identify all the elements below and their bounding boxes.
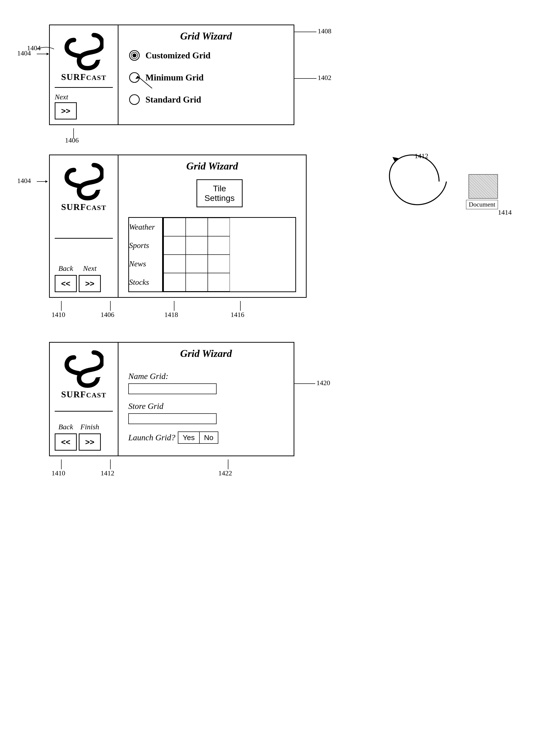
- tile-cell-9[interactable]: [208, 255, 230, 273]
- panel2-wrapper: SURFCAST Back Next << >>: [49, 154, 307, 298]
- tile-cell-10[interactable]: [164, 273, 186, 291]
- svg-text:1404: 1404: [17, 49, 31, 57]
- back-label-p2: Back: [55, 264, 77, 273]
- ref-1406-p1: 1406: [61, 128, 86, 145]
- logo-surf-p1: SURF: [61, 72, 86, 82]
- panel3-form: Name Grid: Store Grid Launch Grid? Yes N…: [128, 367, 284, 449]
- category-stocks: Stocks: [129, 275, 160, 289]
- svg-point-6: [129, 95, 139, 104]
- next-label-p2: Next: [79, 264, 101, 273]
- logo-text-p2: SURFCAST: [61, 202, 106, 212]
- surfcast-logo-p3: SURFCAST: [61, 348, 106, 400]
- svg-text:1410: 1410: [51, 469, 65, 477]
- next-button-p2[interactable]: >>: [79, 275, 101, 292]
- store-grid-label: Store Grid: [128, 402, 284, 411]
- svg-marker-13: [47, 53, 49, 55]
- logo-cast-p2: CAST: [86, 204, 106, 212]
- tile-cell-6[interactable]: [208, 236, 230, 255]
- category-news: News: [129, 257, 160, 271]
- tile-cell-11[interactable]: [186, 273, 208, 291]
- logo-s-icon-p2: [64, 160, 103, 202]
- next-button-p1[interactable]: >>: [55, 102, 77, 120]
- launch-grid-row: Launch Grid? Yes No: [128, 431, 284, 444]
- main-diagram: 1404 SURFCAST: [20, 10, 514, 456]
- logo-cast-p3: CAST: [86, 391, 106, 399]
- logo-text-p1: SURFCAST: [61, 72, 106, 82]
- panel1-left: SURFCAST Next >>: [50, 25, 119, 124]
- logo-surf-p3: SURF: [61, 389, 86, 400]
- document-label: Document: [466, 200, 498, 209]
- svg-text:1418: 1418: [164, 311, 178, 318]
- panel2-right: Grid Wizard TileSettings Weather Sports …: [119, 155, 306, 297]
- finish-button-p3[interactable]: >>: [79, 433, 101, 451]
- tile-cell-12[interactable]: [208, 273, 230, 291]
- surfcast-logo-p1: SURFCAST: [61, 30, 106, 82]
- tile-cell-2[interactable]: [186, 218, 208, 236]
- ref-1412-p3: 1412: [98, 459, 123, 478]
- nav-btn-row-p2: << >>: [55, 275, 101, 292]
- svg-marker-22: [45, 180, 48, 183]
- ref-1410-p2: 1410: [49, 301, 74, 320]
- panel1-right: Grid Wizard Customized Grid: [119, 25, 294, 124]
- nav-labels-row-p2: Back Next: [55, 264, 101, 274]
- panel2-left: SURFCAST Back Next << >>: [50, 155, 119, 297]
- tile-cell-8[interactable]: [186, 255, 208, 273]
- category-list: Weather Sports News Stocks: [129, 218, 163, 291]
- ref-1408: 1408: [294, 27, 324, 39]
- name-grid-input[interactable]: [128, 383, 217, 394]
- back-label-p3: Back: [55, 423, 77, 431]
- panel3-right: Grid Wizard Name Grid: Store Grid Launch…: [119, 343, 294, 455]
- category-sports: Sports: [129, 238, 160, 253]
- back-button-p3[interactable]: <<: [55, 433, 77, 451]
- ref-1402: 1402: [294, 73, 326, 85]
- ref-1414: 1414: [498, 208, 512, 216]
- svg-text:1408: 1408: [318, 27, 332, 35]
- ref-1422: 1422: [216, 459, 240, 478]
- ref-1416: 1416: [228, 301, 253, 320]
- ref-1406-p2: 1406: [98, 301, 123, 320]
- tile-cell-7[interactable]: [164, 255, 186, 273]
- category-weather: Weather: [129, 220, 160, 234]
- panel3-title: Grid Wizard: [128, 348, 284, 359]
- tile-cell-5[interactable]: [186, 236, 208, 255]
- store-grid-input[interactable]: [128, 413, 217, 424]
- tile-cell-3[interactable]: [208, 218, 230, 236]
- no-button[interactable]: No: [200, 431, 218, 444]
- ref-1420: 1420: [294, 379, 326, 390]
- svg-text:1412: 1412: [100, 469, 114, 477]
- radio-empty-icon-2: [128, 94, 141, 106]
- svg-text:1406: 1406: [65, 136, 79, 144]
- radio-standard[interactable]: Standard Grid: [128, 94, 284, 106]
- panel1-nav: Next >>: [55, 88, 113, 120]
- radio-standard-label: Standard Grid: [146, 94, 201, 105]
- nav-btn-row-p1: >>: [55, 102, 77, 120]
- panel1-title: Grid Wizard: [128, 30, 284, 42]
- name-grid-label: Name Grid:: [128, 372, 284, 381]
- panel3: SURFCAST Back Finish << >>: [49, 342, 294, 456]
- tile-cell-1[interactable]: [164, 218, 186, 236]
- radio-customized[interactable]: Customized Grid: [128, 49, 284, 62]
- svg-text:1420: 1420: [316, 379, 330, 387]
- nav-btn-row-p3: << >>: [55, 433, 101, 451]
- radio-minimum[interactable]: Minimum Grid: [128, 71, 284, 84]
- radio-empty-icon-1: [128, 71, 141, 84]
- svg-point-3: [132, 53, 136, 57]
- radio-minimum-label: Minimum Grid: [146, 72, 203, 83]
- tile-settings-button[interactable]: TileSettings: [197, 179, 243, 207]
- yes-button[interactable]: Yes: [178, 431, 200, 444]
- tile-cell-4[interactable]: [164, 236, 186, 255]
- ref-1418: 1418: [162, 301, 186, 320]
- logo-s-icon-p3: [64, 348, 103, 389]
- logo-s-icon: [64, 30, 103, 72]
- svg-text:1404: 1404: [17, 177, 31, 184]
- panel2-nav: Back Next << >>: [55, 259, 113, 292]
- nav-next-label-p1: Next: [55, 93, 68, 101]
- panel1: SURFCAST Next >> Grid Wizard: [49, 24, 294, 125]
- svg-text:1410: 1410: [51, 311, 65, 318]
- surfcast-logo-p2: SURFCAST: [61, 160, 106, 212]
- svg-text:1422: 1422: [218, 469, 232, 477]
- radio-customized-label: Customized Grid: [146, 50, 210, 61]
- back-button-p2[interactable]: <<: [55, 275, 77, 292]
- finish-label-p3: Finish: [79, 423, 101, 431]
- panel3-left: SURFCAST Back Finish << >>: [50, 343, 119, 455]
